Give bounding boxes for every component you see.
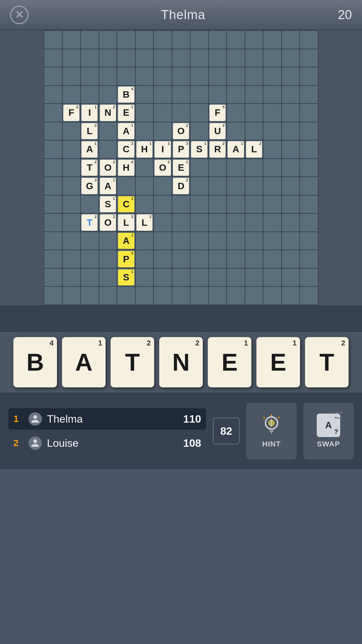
board-cell-1-5[interactable]: [136, 49, 154, 67]
board-cell-14-2[interactable]: [81, 287, 99, 305]
board-cell-10-11[interactable]: ◇: [245, 214, 263, 231]
board-cell-8-8[interactable]: [190, 177, 208, 195]
board-cell-12-0[interactable]: ○: [44, 250, 62, 268]
board-cell-6-10[interactable]: A1: [227, 141, 245, 158]
board-cell-2-9[interactable]: [209, 67, 227, 85]
board-cell-0-3[interactable]: ○: [99, 31, 117, 49]
rack-tile-1[interactable]: 1A: [62, 337, 106, 387]
board-cell-2-8[interactable]: [190, 67, 208, 85]
board-cell-0-4[interactable]: [117, 31, 135, 49]
tile-8-3[interactable]: A1: [100, 178, 116, 194]
board-cell-14-4[interactable]: [117, 287, 135, 305]
board-cell-9-8[interactable]: ◇: [190, 196, 208, 213]
board-cell-11-13[interactable]: [282, 232, 300, 250]
tile-9-3[interactable]: S1: [100, 196, 116, 212]
board-cell-6-2[interactable]: A1: [81, 141, 99, 158]
board-cell-0-6[interactable]: ○: [154, 31, 172, 49]
tile-6-2[interactable]: A1: [81, 141, 98, 157]
board-cell-0-12[interactable]: ○: [263, 31, 281, 49]
board-cell-13-10[interactable]: [227, 269, 245, 286]
board-cell-13-8[interactable]: ◇: [190, 269, 208, 286]
board-cell-9-11[interactable]: [245, 196, 263, 213]
tile-7-4[interactable]: H4: [118, 160, 134, 176]
board-cell-13-11[interactable]: [245, 269, 263, 286]
board-cell-12-6[interactable]: ○: [154, 250, 172, 268]
board-cell-12-4[interactable]: P3: [117, 250, 135, 268]
board-cell-14-11[interactable]: ◇: [245, 287, 263, 305]
board-cell-13-14[interactable]: [300, 269, 318, 286]
board-cell-4-12[interactable]: [263, 104, 281, 122]
board-cell-10-14[interactable]: [300, 214, 318, 231]
board-cell-10-10[interactable]: [227, 214, 245, 231]
tile-7-7[interactable]: E1: [173, 160, 189, 176]
board-cell-5-5[interactable]: [136, 122, 154, 140]
board-cell-1-1[interactable]: [63, 49, 80, 67]
board-cell-10-3[interactable]: O2: [99, 214, 117, 231]
board-cell-6-5[interactable]: H1: [136, 141, 154, 158]
board-cell-11-4[interactable]: A1: [117, 232, 135, 250]
board-cell-7-9[interactable]: [209, 159, 227, 177]
board-cell-10-13[interactable]: [282, 214, 300, 231]
board-cell-1-4[interactable]: ◇: [117, 49, 135, 67]
tile-4-4[interactable]: E1: [118, 105, 134, 121]
tile-6-11[interactable]: L2: [246, 141, 262, 157]
board-cell-14-10[interactable]: [227, 287, 245, 305]
board-cell-10-5[interactable]: L2: [136, 214, 154, 231]
board-cell-7-7[interactable]: E1: [172, 159, 190, 177]
swap-button[interactable]: A ? SWAP: [303, 402, 354, 460]
tile-5-7[interactable]: O2: [173, 123, 189, 139]
board-cell-8-5[interactable]: ◇: [136, 177, 154, 195]
tile-6-6[interactable]: I1: [155, 141, 171, 157]
board-cell-7-5[interactable]: [136, 159, 154, 177]
board-cell-0-14[interactable]: [300, 31, 318, 49]
rack-tile-6[interactable]: 2T: [305, 337, 349, 387]
board-cell-3-11[interactable]: [245, 86, 263, 104]
board-cell-8-10[interactable]: ○: [227, 177, 245, 195]
game-board[interactable]: ○◇○○○○○○◇◇◇◇◇◇◇◇○◇B4○◇○◇F5I1N2E1○○F5○◇○◇…: [44, 30, 318, 305]
board-cell-5-12[interactable]: ◇: [263, 122, 281, 140]
board-cell-13-12[interactable]: ◇: [263, 269, 281, 286]
board-cell-5-1[interactable]: [63, 122, 80, 140]
board-cell-7-8[interactable]: [190, 159, 208, 177]
tile-4-3[interactable]: N2: [100, 105, 116, 121]
board-cell-11-8[interactable]: [190, 232, 208, 250]
tile-4-2[interactable]: I1: [81, 105, 98, 121]
board-cell-8-0[interactable]: [44, 177, 62, 195]
board-cell-6-0[interactable]: ○: [44, 141, 62, 158]
board-cell-3-2[interactable]: ◇: [81, 86, 99, 104]
tile-6-4[interactable]: C3: [118, 141, 134, 157]
tile-7-2[interactable]: T2: [81, 160, 98, 176]
board-cell-12-8[interactable]: [190, 250, 208, 268]
board-cell-5-4[interactable]: A1: [117, 122, 135, 140]
board-cell-11-7[interactable]: [172, 232, 190, 250]
tile-6-8[interactable]: S1: [191, 141, 207, 157]
board-cell-3-4[interactable]: B4: [117, 86, 135, 104]
tile-11-4[interactable]: A1: [118, 233, 134, 249]
board-cell-3-3[interactable]: [99, 86, 117, 104]
board-cell-3-14[interactable]: ◇: [300, 86, 318, 104]
board-cell-12-10[interactable]: ○: [227, 250, 245, 268]
rack-tile-4[interactable]: 1E: [208, 337, 251, 387]
board-cell-11-12[interactable]: [263, 232, 281, 250]
close-button[interactable]: ✕: [10, 6, 28, 24]
board-cell-0-8[interactable]: [190, 31, 208, 49]
board-cell-14-0[interactable]: [44, 287, 62, 305]
board-cell-10-4[interactable]: L2: [117, 214, 135, 231]
board-cell-14-8[interactable]: [190, 287, 208, 305]
board-cell-5-11[interactable]: [245, 122, 263, 140]
tile-6-5[interactable]: H1: [136, 141, 153, 157]
rack-tile-3[interactable]: 2N: [159, 337, 203, 387]
board-cell-3-7[interactable]: [172, 86, 190, 104]
tile-7-3[interactable]: O2: [100, 160, 116, 176]
board-cell-0-1[interactable]: ◇: [63, 31, 80, 49]
board-cell-1-12[interactable]: ◇: [263, 49, 281, 67]
tile-6-7[interactable]: P3: [173, 141, 189, 157]
board-cell-8-12[interactable]: [263, 177, 281, 195]
board-cell-9-12[interactable]: ◇: [263, 196, 281, 213]
board-cell-2-5[interactable]: [136, 67, 154, 85]
board-cell-13-3[interactable]: [99, 269, 117, 286]
rack-tile-2[interactable]: 2T: [111, 337, 154, 387]
board-cell-12-13[interactable]: ◇: [282, 250, 300, 268]
board-cell-4-9[interactable]: F5: [209, 104, 227, 122]
board-cell-8-9[interactable]: ◇: [209, 177, 227, 195]
